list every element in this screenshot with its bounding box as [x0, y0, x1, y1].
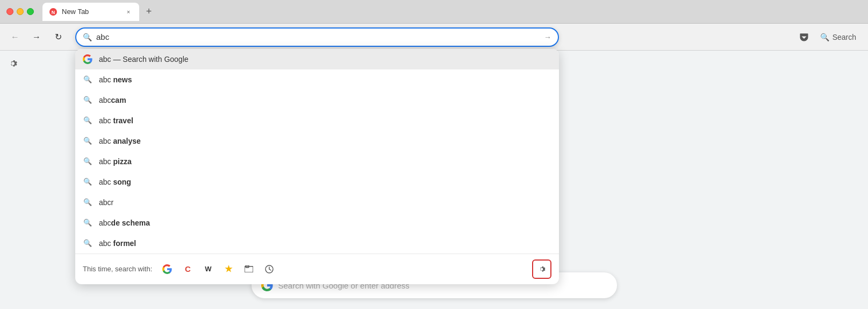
dropdown-item-text: abc formel [99, 239, 551, 248]
dropdown-item-abc-news[interactable]: 🔍 abc news [75, 69, 559, 90]
new-tab-button[interactable]: + [141, 4, 156, 19]
dropdown-item-abcr[interactable]: 🔍 abcr [75, 192, 559, 213]
omnibox-input[interactable] [96, 32, 540, 41]
dropdown-item-google-search[interactable]: abc — Search with Google [75, 49, 559, 69]
dropdown-item-abc-formel[interactable]: 🔍 abc formel [75, 233, 559, 254]
search-icon: 🔍 [83, 116, 92, 125]
dropdown-item-abc-analyse[interactable]: 🔍 abc analyse [75, 131, 559, 151]
search-engine-history-button[interactable] [262, 262, 277, 277]
minimize-window-button[interactable] [17, 8, 24, 15]
tab-title: New Tab [62, 8, 120, 16]
titlebar: N New Tab × + [0, 0, 868, 24]
reload-button[interactable]: ↻ [49, 29, 67, 46]
search-icon: 🔍 [83, 95, 92, 105]
search-icon: 🔍 [83, 136, 92, 146]
dropdown-item-text: abc pizza [99, 157, 551, 166]
search-icon: 🔍 [83, 218, 92, 228]
dropdown-item-abc-pizza[interactable]: 🔍 abc pizza [75, 151, 559, 172]
dropdown-item-text: abc song [99, 178, 551, 186]
dropdown-footer: This time, search with: C W ★ [75, 254, 559, 284]
search-with-label: This time, search with: [83, 265, 152, 273]
tab-close-button[interactable]: × [124, 8, 133, 16]
search-icon: 🔍 [83, 157, 92, 166]
omnibox-navigate-button[interactable]: → [544, 33, 551, 41]
omnibox-dropdown: abc — Search with Google 🔍 abc news 🔍 ab… [75, 49, 559, 284]
dropdown-item-abc-travel[interactable]: 🔍 abc travel [75, 110, 559, 131]
search-settings-button[interactable] [532, 259, 551, 279]
tab-bar: N New Tab × + [42, 3, 862, 21]
dropdown-item-abcde-schema[interactable]: 🔍 abcde schema [75, 213, 559, 233]
topbar-search-button[interactable]: 🔍 Search [815, 30, 862, 45]
search-icon: 🔍 [83, 177, 92, 187]
search-engine-google-button[interactable] [160, 262, 175, 277]
search-engine-chromium-button[interactable]: C [180, 262, 195, 277]
search-icon: 🔍 [83, 198, 92, 207]
omnibox-container: 🔍 → abc — Search with Google [75, 27, 559, 47]
search-engine-wikipedia-button[interactable]: W [200, 262, 216, 277]
dropdown-item-text: abccam [99, 96, 551, 104]
svg-text:N: N [52, 10, 55, 15]
back-button[interactable]: ← [6, 29, 24, 46]
dropdown-item-text: abc travel [99, 116, 551, 125]
dropdown-item-text: abc analyse [99, 137, 551, 145]
svg-line-6 [269, 269, 271, 270]
tab-favicon: N [49, 8, 58, 16]
dropdown-item-text: abcde schema [99, 219, 551, 227]
traffic-lights [6, 8, 34, 15]
navbar: ← → ↻ 🔍 → abc — Search wi [0, 24, 868, 51]
dropdown-item-abc-song[interactable]: 🔍 abc song [75, 172, 559, 192]
navbar-right: 🔍 Search [795, 29, 862, 46]
dropdown-item-text: abc news [99, 75, 551, 84]
google-icon [83, 54, 92, 64]
dropdown-item-text: abc — Search with Google [99, 55, 551, 64]
search-engine-bookmarks-button[interactable]: ★ [221, 262, 236, 277]
topbar-search-icon: 🔍 [820, 33, 829, 41]
search-icon: 🔍 [83, 75, 92, 85]
page-settings-button[interactable] [8, 58, 18, 72]
pocket-button[interactable] [795, 29, 813, 46]
omnibox-search-icon: 🔍 [83, 33, 92, 41]
close-window-button[interactable] [6, 8, 13, 15]
dropdown-item-text: abcr [99, 198, 551, 207]
maximize-window-button[interactable] [27, 8, 34, 15]
topbar-search-label: Search [833, 33, 856, 41]
dropdown-item-abccam[interactable]: 🔍 abccam [75, 90, 559, 110]
search-engine-tabs-button[interactable] [241, 262, 256, 277]
search-icon: 🔍 [83, 238, 92, 248]
forward-button[interactable]: → [28, 29, 45, 46]
active-tab[interactable]: N New Tab × [42, 3, 139, 21]
omnibox: 🔍 → [75, 27, 559, 47]
